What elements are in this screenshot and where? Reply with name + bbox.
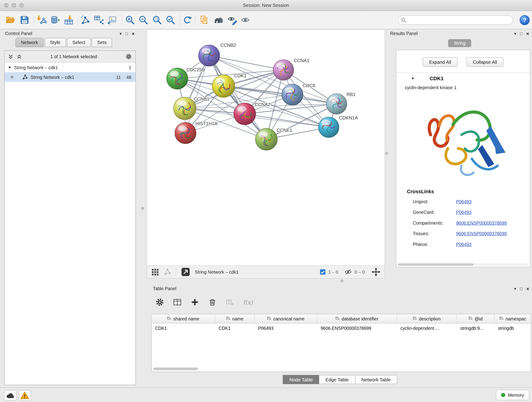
column-header[interactable]: shared name xyxy=(152,314,215,323)
zoom-window-button[interactable] xyxy=(19,3,24,8)
selected-checkbox-icon[interactable] xyxy=(320,269,326,275)
close-window-button[interactable] xyxy=(4,3,9,8)
hidden-eye-slash-icon[interactable] xyxy=(344,269,352,275)
gear-icon[interactable] xyxy=(155,298,164,307)
grid-icon[interactable] xyxy=(151,268,159,276)
section-expander-icon[interactable]: ▾ xyxy=(412,76,414,81)
open-session-button[interactable] xyxy=(4,13,17,27)
network-canvas[interactable]: CCNB2CCNA1CDC25BCDK1CDC6RB1CCNB1CCNA2CDK… xyxy=(147,29,385,266)
crosslink-link[interactable]: P06493 xyxy=(456,210,472,215)
column-sort-icon xyxy=(267,317,271,321)
column-header[interactable]: namespac xyxy=(495,314,531,323)
panel-collapse-icon[interactable]: ▾ xyxy=(514,286,516,291)
network-table-button[interactable] xyxy=(92,13,105,27)
duplicate-network-button[interactable] xyxy=(79,13,92,27)
table-cell[interactable]: 9606.ENSP00000378699 xyxy=(317,325,397,331)
gear-icon[interactable] xyxy=(126,53,132,60)
show-graphics-details-button[interactable] xyxy=(239,13,252,27)
results-panel: Results Panel ▾ □ × String Expand All Co… xyxy=(387,29,532,267)
crosslink-row: GeneCard: P06493 xyxy=(396,207,530,218)
export-view-icon[interactable] xyxy=(181,268,190,276)
panel-float-icon[interactable]: □ xyxy=(520,31,522,36)
warning-status-button[interactable] xyxy=(19,390,31,401)
crosslink-link[interactable]: 9606.ENSP00000378699 xyxy=(456,231,507,236)
table-cell[interactable]: stringdb xyxy=(495,325,531,331)
panel-collapse-icon[interactable]: ▾ xyxy=(120,31,122,36)
help-button[interactable]: ? xyxy=(520,15,530,25)
network-graph[interactable]: CCNB2CCNA1CDC25BCDK1CDC6RB1CCNB1CCNA2CDK… xyxy=(147,30,385,265)
protein-section-header[interactable]: ▾ CDK1 xyxy=(396,73,530,84)
table-cell[interactable]: P06493 xyxy=(255,325,317,331)
birds-eye-view-icon[interactable] xyxy=(164,268,171,276)
zoom-out-icon xyxy=(138,15,148,25)
pan-arrows-icon[interactable] xyxy=(372,268,380,276)
database-icon xyxy=(50,15,60,25)
table-row[interactable]: CDK1 CDK1 P06493 9606.ENSP00000378699 cy… xyxy=(152,324,531,332)
tab-select[interactable]: Select xyxy=(67,38,91,47)
add-icon[interactable] xyxy=(190,298,199,307)
expand-all-icon[interactable] xyxy=(17,54,22,59)
column-header[interactable]: description xyxy=(397,314,457,323)
results-scrollbar[interactable] xyxy=(398,263,529,266)
tab-node-table[interactable]: Node Table xyxy=(283,375,319,384)
save-session-button[interactable] xyxy=(18,13,31,27)
import-table-button[interactable] xyxy=(62,13,75,27)
table-cell[interactable]: stringdb:9... xyxy=(457,325,495,331)
cloud-status-button[interactable] xyxy=(4,390,17,401)
bottom-splitter-handle[interactable] xyxy=(341,280,343,282)
network-edge[interactable] xyxy=(209,56,266,139)
results-panel-header: Results Panel ▾ □ × xyxy=(387,29,532,38)
network-edge[interactable] xyxy=(209,56,284,70)
tab-string[interactable]: String xyxy=(448,39,471,47)
copy-button[interactable] xyxy=(198,13,211,27)
expand-all-button[interactable]: Expand All xyxy=(423,57,458,67)
network-row-selected[interactable]: String Network – cdk1 11 48 xyxy=(5,72,136,82)
panel-close-icon[interactable]: × xyxy=(526,286,529,292)
collapse-all-button[interactable]: Collapse All xyxy=(466,57,504,67)
left-splitter-handle[interactable] xyxy=(141,207,144,210)
table-cell[interactable]: CDK1 xyxy=(215,325,255,331)
crosslink-link[interactable]: P06493 xyxy=(456,242,472,247)
current-network-bullet-icon xyxy=(11,76,13,78)
right-splitter-handle[interactable] xyxy=(385,152,388,155)
panel-float-icon[interactable]: □ xyxy=(520,286,522,291)
column-header[interactable]: database identifier xyxy=(317,314,397,323)
panel-float-icon[interactable]: □ xyxy=(125,31,128,36)
panel-close-icon[interactable]: × xyxy=(132,31,135,37)
search-input[interactable] xyxy=(408,16,513,25)
minimize-window-button[interactable] xyxy=(12,3,16,8)
tab-edge-table[interactable]: Edge Table xyxy=(319,375,355,384)
crosslink-link[interactable]: 9606.ENSP00000378699 xyxy=(456,220,507,226)
column-header[interactable]: canonical name xyxy=(255,314,317,323)
panel-close-icon[interactable]: × xyxy=(526,31,529,37)
refresh-button[interactable] xyxy=(181,13,194,27)
toggle-graphics-details-button[interactable] xyxy=(226,13,239,27)
tab-style[interactable]: Style xyxy=(44,38,66,47)
show-columns-icon[interactable] xyxy=(173,298,182,307)
column-header[interactable]: name xyxy=(215,314,255,323)
tree-expander-icon[interactable]: ▾ xyxy=(9,65,11,70)
tab-network-table[interactable]: Network Table xyxy=(355,375,397,384)
table-cell[interactable]: CDK1 xyxy=(152,325,215,331)
zoom-selected-button[interactable] xyxy=(164,13,177,27)
panel-collapse-icon[interactable]: ▾ xyxy=(514,31,516,36)
zoom-out-button[interactable] xyxy=(137,13,150,27)
export-image-button[interactable] xyxy=(106,13,119,27)
tab-sets[interactable]: Sets xyxy=(92,38,112,47)
import-network-database-button[interactable] xyxy=(49,13,62,27)
network-collection-row[interactable]: ▾ String Network – cdk1 1 xyxy=(5,63,136,72)
home-button[interactable] xyxy=(212,13,225,27)
function-builder-button[interactable]: f(x) xyxy=(243,299,253,306)
crosslink-link[interactable]: P06493 xyxy=(456,199,472,204)
tab-network[interactable]: Network xyxy=(16,38,44,47)
memory-button[interactable]: Memory xyxy=(496,390,529,400)
table-cell[interactable]: cyclin-dependent ... xyxy=(397,325,457,331)
collapse-all-icon[interactable] xyxy=(8,54,13,59)
import-table-icon xyxy=(64,15,74,25)
column-header[interactable]: @id xyxy=(457,314,495,323)
zoom-in-button[interactable] xyxy=(123,13,137,27)
table-horizontal-scrollbar[interactable] xyxy=(153,368,198,370)
import-network-file-button[interactable] xyxy=(35,13,48,27)
zoom-fit-button[interactable] xyxy=(151,13,164,27)
trash-icon[interactable] xyxy=(208,298,217,307)
